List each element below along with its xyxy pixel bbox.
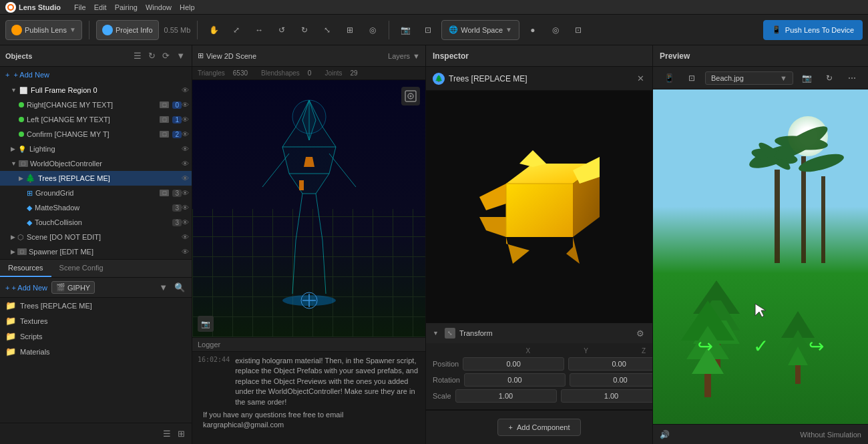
add-new-object-button[interactable]: + + Add New xyxy=(0,67,192,83)
tree-item-full-frame[interactable]: ▼ ⬜ Full Frame Region 0 👁 xyxy=(0,83,192,97)
world-space-button[interactable]: 🌐 World Space ▼ xyxy=(441,20,519,40)
visibility-icon[interactable]: 👁 xyxy=(182,130,189,138)
resource-item-textures[interactable]: 📁 Textures xyxy=(0,313,192,328)
preview-refresh-icon[interactable]: ↻ xyxy=(820,69,839,87)
tree-item-confirm[interactable]: Confirm [CHANGE MY T] □ 2 👁 xyxy=(0,127,192,142)
frame-tool-button[interactable]: ⊞ xyxy=(341,21,359,39)
inspector-close[interactable]: ✕ xyxy=(636,72,646,85)
tree-item-worldobj[interactable]: ▼ □ WorldObjectController 👁 xyxy=(0,156,192,171)
visibility-icon[interactable]: 👁 xyxy=(182,189,189,197)
scale-y-input[interactable] xyxy=(561,389,653,403)
visibility-icon[interactable]: 👁 xyxy=(182,145,189,153)
objects-reload[interactable]: ⟳ xyxy=(161,49,171,62)
menu-edit[interactable]: Edit xyxy=(94,3,107,11)
resources-search-icon[interactable]: 🔍 xyxy=(173,281,186,294)
reset-tool-button[interactable]: ↻ xyxy=(295,21,314,39)
tree-item-groundgrid[interactable]: ⊞ GroundGrid □ 3 👁 xyxy=(0,186,192,200)
left-bottom-grid[interactable]: ⊞ xyxy=(176,427,186,440)
expand-arrow: ▶ xyxy=(19,175,23,182)
rotate-tool-button[interactable]: ↺ xyxy=(272,21,291,39)
position-y-input[interactable] xyxy=(568,357,653,371)
scale-x-input[interactable] xyxy=(455,389,557,403)
tree-item-lighting[interactable]: ▶ 💡 Lighting 👁 xyxy=(0,142,192,156)
camera2-button[interactable]: ⊡ xyxy=(419,21,437,39)
log-entry-0: 16:02:44 existing hologram material! The… xyxy=(198,356,420,407)
comp-settings[interactable]: ⚙ xyxy=(635,327,646,340)
camera1-button[interactable]: 📷 xyxy=(396,21,415,39)
badge: 3 xyxy=(172,190,182,197)
resource-item-materials[interactable]: 📁 Materials xyxy=(0,344,192,359)
publish-dropdown-icon[interactable]: ▼ xyxy=(69,26,76,33)
icon-btn-c[interactable]: ⊡ xyxy=(569,21,588,39)
object-3d-preview xyxy=(426,91,652,323)
expand-tool-button[interactable]: ⤡ xyxy=(318,21,337,39)
tree-item-scene[interactable]: ▶ ⬡ Scene [DO NOT EDIT] 👁 xyxy=(0,230,192,244)
log-time: 16:02:44 xyxy=(198,356,230,407)
add-component-button[interactable]: + Add Component xyxy=(497,419,582,436)
tree-item-right[interactable]: Right[CHANGE MY TEXT] □ 0 👁 xyxy=(0,97,192,112)
preview-bg-button[interactable]: Beach.jpg ▼ xyxy=(705,71,793,85)
visibility-icon[interactable]: 👁 xyxy=(182,160,189,168)
target-tool-button[interactable]: ◎ xyxy=(363,21,382,39)
menu-help[interactable]: Help xyxy=(180,3,195,11)
hand-tool-button[interactable]: ✋ xyxy=(204,21,223,39)
move-tool-button[interactable]: ⤢ xyxy=(227,21,246,39)
visibility-icon[interactable]: 👁 xyxy=(182,86,189,94)
giphy-button[interactable]: 🎬 GIPHY xyxy=(51,281,95,294)
project-info-button[interactable]: Project Info xyxy=(96,20,159,40)
visibility-icon[interactable]: 👁 xyxy=(182,174,189,182)
resources-filter-icon[interactable]: ▼ xyxy=(158,281,169,294)
tree-item-touch[interactable]: ◆ TouchCollision 3 👁 xyxy=(0,215,192,230)
preview-device-icon[interactable]: 📱 xyxy=(660,69,678,87)
menu-pairing[interactable]: Pairing xyxy=(115,3,138,11)
view-2d-scene-button[interactable]: ⊞ View 2D Scene xyxy=(198,51,256,60)
preview-recapture-icon[interactable]: 📷 xyxy=(797,69,816,87)
resource-item-scripts[interactable]: 📁 Scripts xyxy=(0,328,192,344)
publish-icon xyxy=(11,25,22,35)
visibility-icon[interactable]: 👁 xyxy=(182,204,189,212)
left-bottom-list[interactable]: ☰ xyxy=(162,427,172,440)
objects-refresh[interactable]: ↻ xyxy=(147,49,157,62)
publish-lens-button[interactable]: Publish Lens ▼ xyxy=(5,20,82,40)
svg-marker-30 xyxy=(566,237,580,264)
scene-viewport[interactable]: 📷 xyxy=(192,80,425,337)
resource-item-trees[interactable]: 📁 Trees [REPLACE ME] xyxy=(0,298,192,313)
visibility-icon[interactable]: 👁 xyxy=(182,218,189,226)
visibility-icon[interactable]: 👁 xyxy=(182,248,189,256)
svg-point-21 xyxy=(410,95,412,97)
position-x-input[interactable] xyxy=(463,357,564,371)
blendshapes-value: 0 xyxy=(308,69,312,77)
logo-icon xyxy=(5,2,16,13)
layers-button[interactable]: Layers ▼ xyxy=(388,52,420,60)
rotation-y-input[interactable] xyxy=(570,373,653,387)
scene-ctrl-screenshot[interactable]: 📷 xyxy=(198,316,214,332)
icon-btn-a[interactable]: ● xyxy=(523,21,542,39)
tree-item-trees[interactable]: ▶ 🌲 Trees [REPLACE ME] 👁 xyxy=(0,171,192,186)
tree-item-left[interactable]: Left [CHANGE MY TEXT] □ 1 👁 xyxy=(0,112,192,127)
snap-button[interactable] xyxy=(401,87,420,105)
visibility-icon[interactable]: 👁 xyxy=(182,116,189,124)
preview-capture-icon[interactable]: ⊡ xyxy=(682,69,701,87)
scale-tool-button[interactable]: ↔ xyxy=(250,21,268,39)
tree-item-spawner[interactable]: ▶ □ Spawner [EDIT ME] 👁 xyxy=(0,244,192,259)
world-space-dropdown[interactable]: ▼ xyxy=(505,26,512,33)
scene-snap-icon[interactable] xyxy=(401,87,420,105)
menu-window[interactable]: Window xyxy=(146,3,172,11)
objects-header: Objects ☰ ↻ ⟳ ▼ xyxy=(0,45,192,67)
rotation-x-input[interactable] xyxy=(464,373,566,387)
add-resource-button[interactable]: + + Add New xyxy=(5,284,47,292)
objects-filter[interactable]: ▼ xyxy=(175,49,186,62)
objects-list-view[interactable]: ☰ xyxy=(132,49,143,62)
visibility-icon[interactable]: 👁 xyxy=(182,233,189,241)
status-dot-green xyxy=(19,117,24,122)
icon-btn-b[interactable]: ◎ xyxy=(546,21,565,39)
menu-file[interactable]: File xyxy=(74,3,86,11)
tab-scene-config[interactable]: Scene Config xyxy=(51,260,112,277)
preview-more-icon[interactable]: ⋯ xyxy=(843,69,861,87)
visibility-icon[interactable]: 👁 xyxy=(182,101,189,109)
push-lens-button[interactable]: 📱 Push Lens To Device xyxy=(763,20,863,40)
tab-resources[interactable]: Resources xyxy=(0,260,51,277)
tree-item-matte[interactable]: ◆ MatteShadow 3 👁 xyxy=(0,200,192,215)
main-layout: Objects ☰ ↻ ⟳ ▼ + + Add New ▼ ⬜ Full Fra… xyxy=(0,45,868,444)
comp-header-transform[interactable]: ▼ ⤡ Transform ⚙ xyxy=(426,323,652,343)
